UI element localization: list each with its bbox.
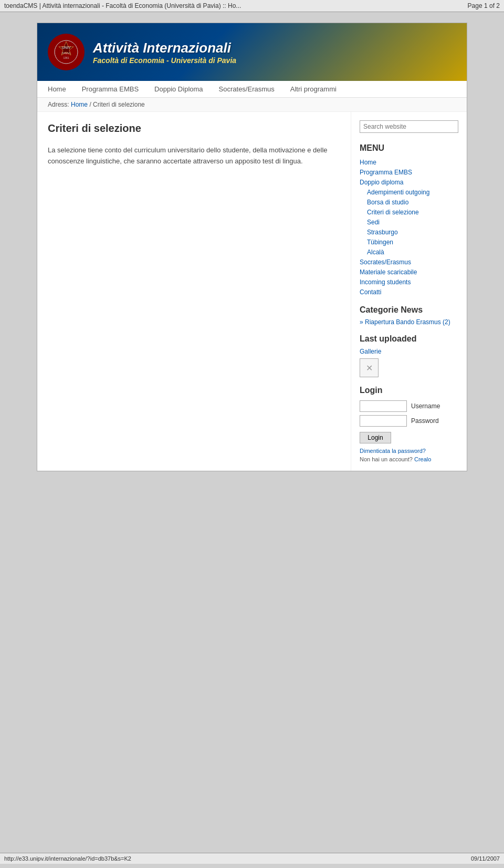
username-row: Username xyxy=(360,400,458,412)
username-label: Username xyxy=(411,402,440,410)
menu-item-home[interactable]: Home xyxy=(360,157,458,167)
categorie-link-erasmus[interactable]: » Riapertura Bando Erasmus (2) xyxy=(360,318,450,326)
main-nav: Home Programma EMBS Doppio Diploma Socra… xyxy=(37,81,467,98)
nav-home[interactable]: Home xyxy=(48,85,66,93)
university-crest: UNIV PAVIA 1361 xyxy=(48,34,85,70)
footer-url: http://e33.unipv.it/internazionale/?id=d… xyxy=(4,855,131,862)
menu-item-sedi[interactable]: Sedi xyxy=(360,217,458,227)
menu-item-materiale[interactable]: Materiale scaricabile xyxy=(360,267,458,277)
breadcrumb-separator: / xyxy=(89,101,91,108)
login-section: Login Username Password Login xyxy=(360,386,458,462)
breadcrumb-current: Criteri di selezione xyxy=(93,101,145,108)
menu-item-contatti[interactable]: Contatti xyxy=(360,287,458,297)
footer-bar: http://e33.unipv.it/internazionale/?id=d… xyxy=(0,853,504,864)
password-label: Password xyxy=(411,417,439,425)
sidebar: MENU Home Programma EMBS Doppio diploma … xyxy=(351,112,467,471)
categorie-title: Categorie News xyxy=(360,305,458,315)
forgot-password-link[interactable]: Dimenticata la password? xyxy=(360,448,458,454)
site-title: Attività Internazionali xyxy=(93,40,236,56)
browser-title: toendaCMS | Attività internazionali - Fa… xyxy=(4,2,241,9)
breadcrumb: Adress: Home / Criteri di selezione xyxy=(37,98,467,112)
site-subtitle: Facoltà di Economia - Università di Pavi… xyxy=(93,56,236,65)
nav-programma-embs[interactable]: Programma EMBS xyxy=(82,85,139,93)
menu-title: MENU xyxy=(360,143,458,153)
nav-doppio-diploma[interactable]: Doppio Diploma xyxy=(154,85,203,93)
login-button[interactable]: Login xyxy=(360,432,391,443)
last-uploaded-title: Last uploaded xyxy=(360,334,458,344)
browser-page-info: Page 1 of 2 xyxy=(468,2,500,9)
image-thumbnail: ✕ xyxy=(360,358,379,377)
site-header: UNIV PAVIA 1361 Attività Internazionali … xyxy=(37,23,467,81)
create-account-link[interactable]: Crealo xyxy=(414,456,431,462)
username-input[interactable] xyxy=(360,400,407,412)
sidebar-menu: Home Programma EMBS Doppio diploma Ademp… xyxy=(360,157,458,297)
search-input[interactable] xyxy=(360,120,458,133)
menu-item-programma-embs[interactable]: Programma EMBS xyxy=(360,167,458,177)
header-text: Attività Internazionali Facoltà di Econo… xyxy=(93,40,236,65)
menu-item-criteri[interactable]: Criteri di selezione xyxy=(360,207,458,217)
svg-text:1361: 1361 xyxy=(63,56,69,59)
menu-item-borsa[interactable]: Borsa di studio xyxy=(360,197,458,207)
menu-item-alcala[interactable]: Alcalà xyxy=(360,247,458,257)
page-title: Criteri di selezione xyxy=(48,122,340,135)
menu-item-socrates[interactable]: Socrates/Erasmus xyxy=(360,257,458,267)
menu-item-strasburgo[interactable]: Strasburgo xyxy=(360,227,458,237)
nav-socrates-erasmus[interactable]: Socrates/Erasmus xyxy=(219,85,275,93)
gallerie-link[interactable]: Gallerie xyxy=(360,348,458,355)
menu-item-doppio-diploma[interactable]: Doppio diploma xyxy=(360,177,458,187)
login-title: Login xyxy=(360,386,458,395)
nav-altri-programmi[interactable]: Altri programmi xyxy=(290,85,337,93)
no-account-text: Non hai un account? xyxy=(360,456,413,462)
menu-item-tubingen[interactable]: Tübingen xyxy=(360,237,458,247)
breadcrumb-prefix: Adress: xyxy=(48,101,69,108)
menu-item-adempimenti[interactable]: Adempimenti outgoing xyxy=(360,187,458,197)
main-body-text: La selezione tiene conto del curriculum … xyxy=(48,145,340,167)
content-area: Criteri di selezione La selezione tiene … xyxy=(37,112,467,471)
breadcrumb-home[interactable]: Home xyxy=(71,101,88,108)
footer-date: 09/11/2007 xyxy=(471,855,500,862)
password-input[interactable] xyxy=(360,415,407,427)
register-text: Non hai un account? Crealo xyxy=(360,456,458,462)
password-row: Password xyxy=(360,415,458,427)
search-box xyxy=(360,120,458,133)
main-content: Criteri di selezione La selezione tiene … xyxy=(37,112,351,471)
browser-titlebar: toendaCMS | Attività internazionali - Fa… xyxy=(0,0,504,12)
login-form: Username Password Login xyxy=(360,400,458,443)
menu-item-incoming[interactable]: Incoming students xyxy=(360,277,458,287)
